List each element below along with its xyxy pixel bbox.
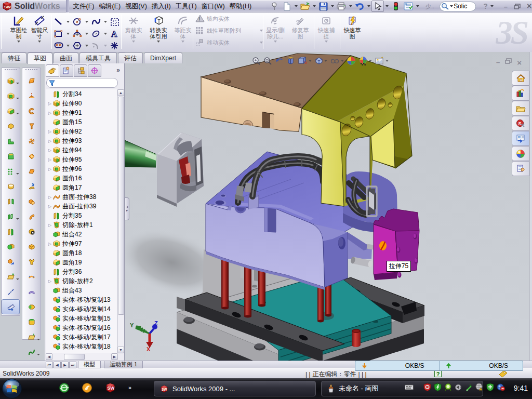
surfaces-toolbar-item-funnel[interactable] <box>22 118 41 134</box>
tree-item-实体-移动/复制13[interactable]: 实体-移动/复制13 <box>46 295 111 304</box>
toolbar-grip[interactable] <box>25 69 37 73</box>
quick-snap-button-dropdown[interactable] <box>325 41 328 43</box>
open-dropdown[interactable] <box>311 1 317 12</box>
search-dropdown-icon[interactable] <box>450 5 453 7</box>
features-toolbar-item-chamfer[interactable] <box>2 118 20 134</box>
tree-item-实体-移动/复制16[interactable]: 实体-移动/复制16 <box>46 323 111 332</box>
spline-tool-dropdown[interactable] <box>104 21 107 23</box>
tree-horizontal-scrollbar[interactable]: ◀▶ <box>46 353 118 361</box>
line-tool[interactable] <box>54 18 63 26</box>
propertymanager-tab[interactable] <box>60 64 73 77</box>
repair-sketch-button[interactable]: 修复草图 <box>289 15 312 39</box>
expand-arrow-icon[interactable]: ▷ <box>47 242 52 246</box>
expand-arrow-icon[interactable]: ▷ <box>47 111 52 115</box>
undo-dropdown[interactable] <box>366 1 371 12</box>
features-toolbar-item-lin[interactable] <box>2 209 20 224</box>
expand-arrow-icon[interactable]: ▷ <box>47 223 52 228</box>
tree-item-拉伸94[interactable]: ▷拉伸94 <box>46 145 82 155</box>
tree-vertical-scrollbar[interactable]: ▲▼ <box>117 89 124 353</box>
features-toolbar-item-boss[interactable] <box>2 73 20 88</box>
menu-1[interactable]: 编辑(E) <box>97 0 123 13</box>
status-help-icon[interactable]: ? <box>434 370 442 377</box>
print-button[interactable] <box>335 1 348 12</box>
trim-entities-button[interactable]: 剪裁实体 <box>123 15 144 43</box>
traffic-light-button[interactable] <box>390 1 402 12</box>
taskpane-toolbox-tab[interactable]: S <box>512 116 529 131</box>
features-toolbar-item-fillet[interactable] <box>2 103 20 118</box>
tree-item-实体-移动/复制14[interactable]: 实体-移动/复制14 <box>46 304 111 314</box>
tree-item-圆角19[interactable]: 圆角19 <box>46 258 82 267</box>
ellipse-tool-dropdown[interactable] <box>104 33 107 35</box>
surfaces-toolbar-item-box[interactable] <box>22 239 41 254</box>
tree-item-拉伸92[interactable]: ▷拉伸92 <box>46 127 82 136</box>
dimxpertmanager-tab[interactable] <box>88 64 101 77</box>
panel-overflow-button[interactable]: » <box>116 66 120 74</box>
surfaces-toolbar-item-wrap[interactable] <box>22 284 41 299</box>
surfaces-toolbar-item-arcpin[interactable] <box>22 88 41 103</box>
select-arrow-button[interactable] <box>371 1 384 12</box>
surfaces-toolbar-item-cyl[interactable] <box>22 314 41 329</box>
quicklaunch-solidworks-icon[interactable]: SW <box>104 382 116 393</box>
quicklaunch-icon-2[interactable] <box>82 382 92 393</box>
ellipse-tool[interactable] <box>91 30 100 38</box>
surfaces-toolbar-item-greenarrow[interactable] <box>22 179 41 194</box>
window-restore-button[interactable] <box>514 4 521 9</box>
surfaces-toolbar-item-curve[interactable] <box>22 209 41 224</box>
expand-arrow-icon[interactable]: ▷ <box>47 157 52 162</box>
features-toolbar-item-pattern[interactable] <box>2 164 20 179</box>
open-button[interactable] <box>299 1 311 12</box>
tab-特征[interactable]: 特征 <box>2 52 26 63</box>
network-warning-tray-icon[interactable]: ! <box>475 383 484 391</box>
offset-entities-button[interactable]: 等距实体 <box>171 15 194 43</box>
quick-sketch-button[interactable]: 快速草图 <box>341 15 364 39</box>
taskpane-realview-tab[interactable] <box>512 146 529 161</box>
taskbar-button-solidworks[interactable]: SWSolidWorks 2009 - ... <box>154 381 316 396</box>
menu-0[interactable]: 文件(F) <box>71 0 97 13</box>
line-tool-dropdown[interactable] <box>66 21 70 23</box>
tree-item-圆角18[interactable]: 圆角18 <box>46 248 82 258</box>
chevron-down-icon[interactable] <box>37 339 40 340</box>
expand-arrow-icon[interactable]: ▷ <box>47 279 52 284</box>
features-toolbar-item-cut[interactable] <box>2 88 20 103</box>
tab-草图[interactable]: 草图 <box>28 52 52 64</box>
chevron-down-icon[interactable] <box>37 354 40 355</box>
tree-item-组合42[interactable]: 组合42 <box>46 230 82 239</box>
features-toolbar-item-split[interactable] <box>2 224 20 239</box>
next-tab-button[interactable]: ▶ <box>61 362 69 368</box>
quicklaunch-icon-1[interactable] <box>59 382 70 393</box>
tree-item-曲面-拉伸38[interactable]: ▷曲面-拉伸38 <box>46 192 96 202</box>
surfaces-toolbar-item-diamond[interactable] <box>22 149 41 164</box>
print-dropdown[interactable] <box>348 1 353 12</box>
menu-6[interactable]: 帮助(H) <box>227 0 254 13</box>
surfaces-toolbar-item-shellY[interactable] <box>22 254 41 269</box>
scroll-up-button[interactable]: ▲ <box>117 89 124 96</box>
expand-arrow-icon[interactable]: ▷ <box>47 167 52 171</box>
scroll-right-button[interactable]: ▶ <box>111 353 118 360</box>
medal-tray-icon[interactable] <box>444 383 452 391</box>
featuremanager-tab[interactable] <box>46 64 59 77</box>
tree-item-实体-移动/复制15[interactable]: 实体-移动/复制15 <box>46 314 111 323</box>
taskpane-home-tab[interactable] <box>512 71 529 86</box>
options-dropdown[interactable] <box>415 1 420 12</box>
start-button[interactable] <box>1 378 24 399</box>
help-dropdown-icon[interactable] <box>490 5 494 7</box>
expand-arrow-icon[interactable]: ▷ <box>47 148 52 153</box>
mirror-entities-button[interactable]: !镜向实体 <box>195 15 263 23</box>
shield-cross-tray-icon[interactable] <box>486 383 494 391</box>
search-box[interactable] <box>440 2 476 11</box>
surfaces-toolbar-item-flag[interactable] <box>22 73 41 88</box>
trim-entities-button-dropdown[interactable] <box>132 41 135 43</box>
expand-arrow-icon[interactable]: ▷ <box>47 129 52 134</box>
expand-arrow-icon[interactable]: ▷ <box>47 204 52 209</box>
taskpane-custom-properties-tab[interactable] <box>512 161 529 176</box>
surfaces-toolbar-item-cshape[interactable] <box>22 103 41 118</box>
tree-filter-input[interactable] <box>46 78 118 88</box>
expand-arrow-icon[interactable]: ▷ <box>47 195 52 200</box>
chevron-down-icon[interactable] <box>16 218 19 220</box>
chevron-down-icon[interactable] <box>16 98 19 99</box>
pin-button[interactable] <box>268 1 281 12</box>
chevron-down-icon[interactable] <box>16 113 19 114</box>
model-tab[interactable]: 模型 <box>78 361 101 368</box>
shield-green-tray-icon[interactable] <box>434 383 442 391</box>
quicklaunch-overflow[interactable]: » <box>128 384 131 391</box>
